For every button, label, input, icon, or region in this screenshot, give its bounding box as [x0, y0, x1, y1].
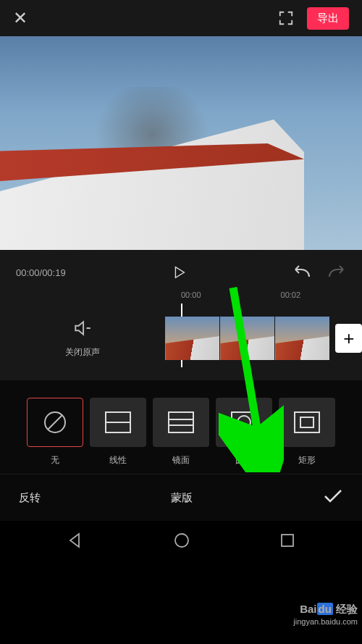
- mute-icon[interactable]: [73, 319, 92, 340]
- mask-label: 镜面: [172, 454, 190, 467]
- clip-thumb[interactable]: [165, 317, 219, 360]
- rect-icon: [279, 398, 335, 447]
- mask-label: 无: [51, 454, 59, 467]
- nav-home-icon[interactable]: [174, 532, 190, 551]
- clip-thumb[interactable]: [275, 317, 329, 360]
- mask-option-linear[interactable]: 线性: [90, 398, 146, 467]
- mask-option-none[interactable]: 无: [27, 398, 83, 467]
- clip-thumbnails[interactable]: [165, 317, 329, 360]
- mask-label: 线性: [109, 454, 127, 467]
- svg-rect-8: [295, 412, 319, 432]
- fullscreen-icon[interactable]: [278, 10, 294, 26]
- circle-icon: [216, 398, 272, 447]
- mask-label: 圆形: [235, 454, 253, 467]
- play-button[interactable]: [171, 264, 187, 280]
- clip-thumb[interactable]: [220, 317, 274, 360]
- system-nav: [0, 521, 362, 563]
- mask-label: 矩形: [298, 454, 316, 467]
- timeline[interactable]: 关闭原声 +: [0, 304, 362, 380]
- none-icon: [27, 398, 83, 447]
- timeline-ruler: 00:00 00:02: [0, 290, 362, 304]
- video-preview[interactable]: [0, 36, 362, 250]
- panel-title: 蒙版: [171, 491, 193, 505]
- nav-recent-icon[interactable]: [280, 533, 295, 551]
- confirm-button[interactable]: [323, 489, 343, 506]
- svg-rect-3: [169, 412, 193, 432]
- mirror-icon: [153, 398, 209, 447]
- mask-option-mirror[interactable]: 镜面: [153, 398, 209, 467]
- playback-controls: 00:00/00:19: [0, 250, 362, 290]
- undo-button[interactable]: [292, 265, 311, 280]
- redo-button: [327, 265, 346, 280]
- close-icon[interactable]: ✕: [13, 8, 28, 28]
- flip-button[interactable]: 反转: [19, 491, 41, 505]
- mask-option-circle[interactable]: 圆形: [216, 398, 272, 467]
- svg-rect-11: [282, 535, 293, 546]
- svg-point-10: [175, 534, 188, 547]
- nav-back-icon[interactable]: [67, 532, 83, 551]
- mask-option-rect[interactable]: 矩形: [279, 398, 335, 467]
- export-button[interactable]: 导出: [307, 7, 349, 30]
- mask-options-row: 无 线性 镜面 圆形 矩形: [0, 380, 362, 474]
- mute-label: 关闭原声: [65, 346, 100, 359]
- watermark: Baidu 经验 jingyan.baidu.com: [293, 602, 358, 627]
- linear-icon: [90, 398, 146, 447]
- svg-rect-9: [300, 417, 313, 427]
- svg-point-7: [237, 416, 251, 429]
- add-clip-button[interactable]: +: [335, 324, 362, 353]
- time-display: 00:00/00:19: [16, 267, 66, 278]
